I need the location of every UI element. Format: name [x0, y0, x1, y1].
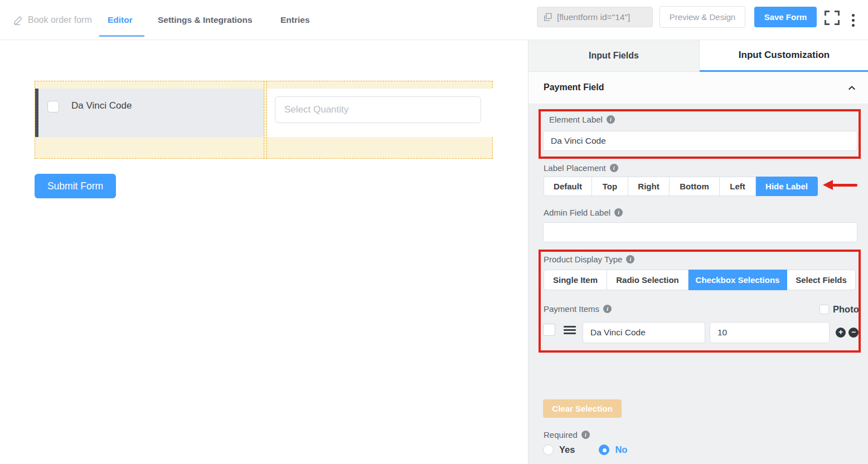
placement-bottom[interactable]: Bottom [670, 177, 720, 196]
sidebar-tabs: Input Fields Input Customization [528, 40, 868, 72]
shortcode-text: [fluentform id="14"] [557, 12, 630, 22]
annotation-arrow [832, 184, 857, 187]
admin-field-label-label: Admin Field Label i [544, 208, 623, 217]
form-row-container: Da Vinci Code [35, 81, 493, 159]
payment-items-label: Payment Items i [544, 304, 612, 314]
product-checkbox[interactable] [47, 101, 59, 113]
display-radio-selection[interactable]: Radio Selection [607, 270, 688, 290]
tab-input-customization[interactable]: Input Customization [700, 40, 868, 72]
section-title: Payment Field [544, 82, 604, 92]
tab-editor[interactable]: Editor [108, 0, 133, 40]
required-radio-group: Yes No [543, 445, 627, 455]
settings-sidebar: Input Fields Input Customization Payment… [528, 40, 868, 464]
item-price-input[interactable] [710, 322, 830, 343]
pencil-icon [13, 16, 23, 25]
info-icon[interactable]: i [581, 431, 590, 439]
display-select-fields[interactable]: Select Fields [787, 270, 856, 290]
placement-default[interactable]: Default [544, 177, 592, 196]
info-icon[interactable]: i [607, 115, 615, 124]
preview-design-button[interactable]: Preview & Design [660, 6, 745, 28]
label-placement-label: Label Placement i [544, 163, 618, 173]
shortcode-copy[interactable]: [fluentform id="14"] [537, 7, 653, 27]
kebab-menu-icon[interactable] [851, 9, 855, 31]
fullscreen-icon[interactable] [825, 11, 840, 25]
tab-input-fields[interactable]: Input Fields [528, 40, 700, 72]
photo-checkbox[interactable] [819, 305, 829, 314]
required-label: Required i [544, 430, 590, 439]
payment-field-element[interactable]: Da Vinci Code [35, 89, 264, 137]
add-item-button[interactable]: + [836, 328, 846, 338]
form-editor-canvas: Da Vinci Code Submit Form [0, 40, 528, 464]
element-label-label: Element Label i [549, 115, 615, 124]
tab-settings-integrations[interactable]: Settings & Integrations [158, 0, 253, 40]
remove-item-button[interactable]: − [848, 328, 859, 338]
info-icon[interactable]: i [614, 208, 623, 217]
save-form-button[interactable]: Save Form [754, 7, 817, 27]
drag-handle-icon[interactable] [564, 326, 576, 334]
tab-entries[interactable]: Entries [280, 0, 310, 40]
required-yes-radio[interactable] [543, 445, 554, 455]
quantity-field-element[interactable] [267, 89, 493, 137]
chevron-up-icon [847, 84, 856, 92]
quantity-input[interactable] [275, 96, 481, 123]
product-display-type-group: Single Item Radio Selection Checkbox Sel… [544, 270, 856, 290]
placement-top[interactable]: Top [592, 177, 628, 196]
info-icon[interactable]: i [603, 305, 612, 313]
copy-icon [543, 12, 552, 22]
photo-option: Photo [819, 304, 859, 315]
item-name-input[interactable] [583, 322, 705, 343]
item-default-checkbox[interactable] [543, 324, 555, 336]
label-placement-group: Default Top Right Bottom Left Hide Label [544, 177, 818, 196]
placement-right[interactable]: Right [628, 177, 670, 196]
form-title: Book order form [28, 15, 92, 25]
photo-label: Photo [833, 304, 859, 315]
clear-selection-button[interactable]: Clear Selection [543, 399, 622, 418]
info-icon[interactable]: i [626, 255, 634, 263]
required-yes-label: Yes [559, 445, 575, 455]
info-icon[interactable]: i [610, 164, 618, 172]
submit-form-button[interactable]: Submit Form [35, 174, 116, 198]
product-display-type-label: Product Display Type i [544, 255, 634, 264]
placement-hide-label[interactable]: Hide Label [756, 177, 818, 196]
form-title-wrap[interactable]: Book order form [13, 0, 92, 40]
required-no-radio[interactable] [599, 445, 609, 455]
display-single-item[interactable]: Single Item [544, 270, 607, 290]
annotation-arrow-head [823, 180, 833, 190]
admin-field-label-input[interactable] [543, 222, 857, 242]
display-checkbox-selections[interactable]: Checkbox Selections [688, 270, 787, 290]
top-bar: Book order form Editor Settings & Integr… [0, 0, 868, 40]
element-label-input[interactable] [543, 131, 857, 151]
editor-tab-underline [99, 35, 144, 37]
product-checkbox-label: Da Vinci Code [71, 100, 132, 111]
required-no-label: No [615, 445, 627, 455]
payment-field-section-header[interactable]: Payment Field [528, 72, 868, 104]
placement-left[interactable]: Left [720, 177, 756, 196]
